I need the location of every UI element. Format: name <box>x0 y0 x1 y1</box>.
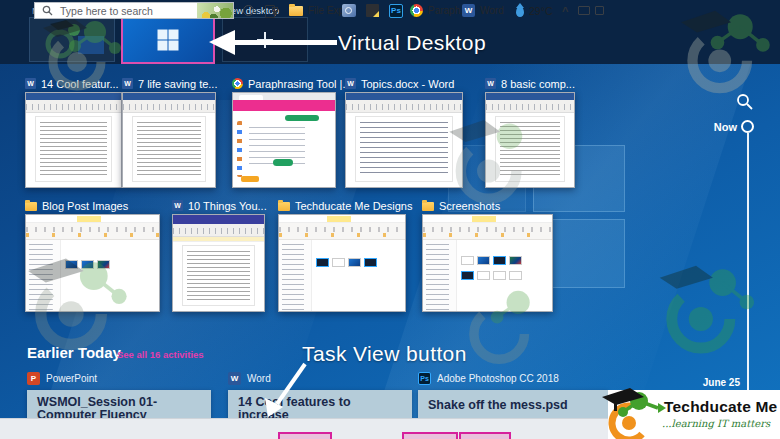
search-highlight-image[interactable] <box>197 2 233 19</box>
tray-chevron-button[interactable]: ^ <box>562 0 568 21</box>
window-label: Screenshots <box>422 199 500 212</box>
window-thumbnail-word-doc[interactable] <box>25 92 122 188</box>
search-placeholder: Type here to search <box>60 5 153 17</box>
sticky-notes-icon <box>366 4 379 17</box>
taskbar-highlight-box <box>278 432 332 439</box>
powerpoint-icon: P <box>27 372 40 385</box>
window-thumbnail-explorer[interactable] <box>278 214 406 312</box>
timeline-now-dot[interactable] <box>741 120 754 133</box>
task-view-button[interactable] <box>265 0 278 21</box>
cortana-icon <box>243 5 254 16</box>
task-view-icon <box>265 4 278 17</box>
word-icon: W <box>485 78 496 89</box>
folder-icon <box>422 202 434 211</box>
window-label: W 7 life saving te... <box>122 77 218 90</box>
word-icon: W <box>122 78 133 89</box>
task-view-arrow <box>255 360 315 418</box>
timeline-now-label: Now <box>705 121 737 133</box>
weather-widget[interactable]: 29°C <box>516 0 552 21</box>
chrome-icon <box>410 4 423 17</box>
window-label: Blog Post Images <box>25 199 128 212</box>
folder-icon <box>25 202 37 211</box>
file-explorer-icon <box>289 6 303 16</box>
window-thumbnail-word-doc[interactable] <box>172 214 265 312</box>
window-label: W 8 basic comp... <box>485 77 575 90</box>
timeline-search-icon[interactable] <box>735 92 755 112</box>
techducate-logo-plate: Techducate Me ...learning IT matters <box>608 390 780 439</box>
see-all-activities-link[interactable]: See all 16 activities <box>117 349 204 360</box>
earlier-today-heading: Earlier Today <box>27 344 121 361</box>
virtual-desktop-arrow <box>205 24 340 62</box>
window-thumbnail-browser[interactable] <box>232 92 336 188</box>
desktop-thumbnail-main[interactable] <box>29 17 115 62</box>
screen-magnifier-icon <box>342 4 356 17</box>
chrome-icon <box>232 78 243 89</box>
brand-tagline: ...learning IT matters <box>662 418 770 429</box>
photoshop-icon: Ps <box>389 4 403 18</box>
window-thumbnail-word-doc[interactable] <box>122 92 216 188</box>
window-thumbnail-word-doc[interactable] <box>345 92 463 188</box>
activity-app-powerpoint: P PowerPoint <box>27 371 97 385</box>
tray-icon[interactable] <box>595 0 604 21</box>
tray-device-icon <box>595 6 604 15</box>
word-icon: W <box>228 372 241 385</box>
window-label: W 14 Cool featur... <box>25 77 119 90</box>
window-thumbnail-explorer[interactable] <box>25 214 160 312</box>
magnifier-app-button[interactable] <box>342 0 356 21</box>
taskbar-search-input[interactable]: Type here to search <box>34 2 234 19</box>
chrome-button[interactable]: Paraph... <box>410 0 469 21</box>
task-view-annotation: Task View button <box>302 342 467 366</box>
window-label: W 10 Things You... <box>172 199 267 212</box>
word-button[interactable]: W Word <box>462 0 504 21</box>
desktop-thumbnail-current[interactable] <box>121 15 215 64</box>
notes-app-button[interactable] <box>366 0 379 21</box>
window-thumbnail-word-doc[interactable] <box>485 92 575 188</box>
window-thumbnail-explorer[interactable] <box>422 214 553 312</box>
task-view-screen: Main Desktop Techducate Me New desktop V… <box>0 0 780 439</box>
word-icon: W <box>25 78 36 89</box>
search-icon <box>42 5 53 16</box>
window-label: Paraphrasing Tool |... <box>232 77 352 90</box>
window-label: Techducate Me Designs <box>278 199 412 212</box>
activity-app-photoshop: Ps Adobe Photoshop CC 2018 <box>418 371 559 385</box>
photoshop-button[interactable]: Ps <box>389 0 403 21</box>
folder-icon <box>278 202 290 211</box>
photoshop-icon: Ps <box>418 372 431 385</box>
rain-drop-icon <box>516 6 524 17</box>
virtual-desktop-annotation: Virtual Desktop <box>338 31 486 55</box>
taskbar-highlight-box <box>459 432 511 439</box>
windows-logo <box>158 29 179 50</box>
main-desktop-preview <box>30 18 115 62</box>
cortana-button[interactable] <box>243 0 254 21</box>
brand-name: Techducate Me <box>664 398 777 416</box>
techducate-logo <box>596 381 674 439</box>
tray-device-icon <box>578 6 590 15</box>
tray-icon[interactable] <box>578 0 590 21</box>
word-icon: W <box>462 4 475 17</box>
word-icon: W <box>345 78 356 89</box>
taskbar-highlight-box <box>402 432 458 439</box>
window-label: W Topics.docx - Word <box>345 77 454 90</box>
word-icon: W <box>172 200 183 211</box>
